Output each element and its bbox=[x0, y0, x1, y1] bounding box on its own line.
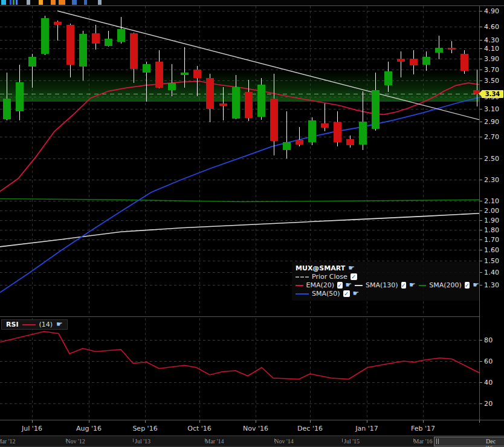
legend-sma50-row: SMA(50) ✓ ☛ bbox=[296, 290, 479, 298]
month-label: Dec '16 bbox=[297, 425, 323, 432]
sma50-checkbox[interactable]: ✓ bbox=[343, 290, 350, 297]
indicator-legend: MUX@SMART ☛ Prior Close ✓ EMA(20) ✓ ☛ SM… bbox=[292, 262, 479, 301]
prior-close-label: Prior Close bbox=[312, 273, 347, 281]
candle-body bbox=[66, 25, 74, 65]
month-label: Aug '16 bbox=[76, 425, 102, 432]
prior-close-checkbox[interactable]: ✓ bbox=[351, 273, 357, 280]
time-tick-mark bbox=[367, 420, 367, 423]
sma130-checkbox[interactable]: ✓ bbox=[401, 282, 406, 289]
toolbar-icon-fragment[interactable] bbox=[98, 0, 102, 5]
last-price-value: 3.34 bbox=[485, 91, 500, 97]
toolbar-icon-fragment[interactable] bbox=[72, 0, 77, 5]
candle-body bbox=[16, 82, 24, 112]
ema20-checkbox[interactable]: ✓ bbox=[337, 282, 342, 289]
rsi-panel[interactable]: RSI (14) ☛ bbox=[0, 318, 479, 419]
ema20-hand-icon[interactable]: ☛ bbox=[346, 282, 352, 289]
candle-body bbox=[117, 29, 125, 42]
time-tick-mark bbox=[145, 420, 146, 423]
sma50-label: SMA(50) bbox=[312, 290, 340, 298]
candle-wick bbox=[286, 111, 287, 158]
candle-body bbox=[422, 57, 430, 65]
rsi-tick-label: 20 bbox=[484, 400, 493, 408]
price-tick-label: 3.90 bbox=[484, 55, 499, 63]
price-tick-label: 1.40 bbox=[484, 269, 499, 276]
prior-close-line-sample bbox=[296, 276, 309, 278]
legend-prior-close-row: Prior Close ✓ bbox=[296, 273, 479, 281]
rsi-tick-label: 80 bbox=[484, 336, 493, 344]
candle-body bbox=[143, 64, 150, 73]
time-tick-mark bbox=[32, 420, 33, 423]
candle-body bbox=[397, 59, 405, 62]
scroll-tick-mark bbox=[133, 439, 134, 442]
price-tag-arrow-icon bbox=[479, 90, 482, 97]
candle-body bbox=[435, 48, 443, 53]
sma200-hand-icon[interactable]: ☛ bbox=[473, 282, 479, 289]
rsi-title: RSI bbox=[6, 321, 19, 328]
price-tick-mark bbox=[480, 122, 482, 122]
price-tick-label: 2.90 bbox=[484, 118, 499, 126]
time-scrollbar[interactable]: Mar '12Nov '12Jul '13Mar '14Nov '14Jul '… bbox=[0, 436, 504, 446]
price-tick-mark bbox=[480, 48, 482, 49]
rsi-tick-mark bbox=[480, 403, 482, 404]
panel-divider[interactable] bbox=[0, 316, 479, 317]
thumb-grip-icon bbox=[438, 439, 439, 444]
toolbar-icon-fragment[interactable] bbox=[16, 0, 18, 5]
price-axis[interactable]: 4.904.604.304.103.903.703.503.303.102.90… bbox=[479, 6, 504, 420]
price-tick-mark bbox=[480, 158, 482, 159]
candle-wick bbox=[172, 64, 172, 96]
price-tick-label: 2.50 bbox=[484, 155, 499, 163]
price-tick-label: 1.80 bbox=[484, 226, 499, 234]
thumb-grip-icon bbox=[436, 439, 437, 444]
candle-body bbox=[168, 83, 176, 90]
candle-body bbox=[206, 78, 214, 109]
toolbar-icon-fragment[interactable] bbox=[84, 0, 87, 5]
main-price-chart[interactable]: MUX@SMART ☛ Prior Close ✓ EMA(20) ✓ ☛ SM… bbox=[0, 6, 479, 315]
drag-hand-icon[interactable]: ☛ bbox=[348, 265, 355, 272]
sma200-checkbox[interactable]: ✓ bbox=[465, 282, 470, 289]
time-tick-mark bbox=[256, 420, 256, 423]
toolbar-strip bbox=[0, 0, 504, 5]
price-tick-label: 4.10 bbox=[484, 45, 499, 53]
toolbar-icon-fragment[interactable] bbox=[51, 0, 56, 5]
price-tick-mark bbox=[480, 285, 482, 285]
rsi-tick-mark bbox=[480, 361, 482, 362]
toolbar-icon-fragment[interactable] bbox=[39, 0, 43, 5]
price-tick-mark bbox=[480, 27, 482, 27]
candle-wick bbox=[184, 47, 185, 88]
candle-body bbox=[155, 62, 163, 88]
scroll-date-label: Dec '16 bbox=[486, 438, 498, 447]
toolbar-icon-fragment[interactable] bbox=[10, 0, 11, 5]
price-tick-mark bbox=[480, 11, 482, 11]
toolbar-icon-fragment[interactable] bbox=[1, 0, 6, 5]
rsi-legend: RSI (14) ☛ bbox=[1, 319, 68, 330]
last-price-tag: 3.34 bbox=[482, 90, 503, 98]
scroll-date-label: Mar '12 bbox=[0, 438, 15, 445]
price-tick-label: 2.30 bbox=[484, 176, 499, 184]
toolbar-icon-fragment[interactable] bbox=[13, 0, 15, 5]
candle-body bbox=[28, 57, 36, 66]
month-label: Jul '16 bbox=[22, 425, 42, 432]
sma130-hand-icon[interactable]: ☛ bbox=[409, 282, 416, 289]
rsi-period-label: (14) bbox=[39, 321, 53, 328]
candle-body bbox=[54, 22, 62, 25]
rsi-tick-mark bbox=[480, 382, 482, 383]
sma130-line-sample bbox=[355, 285, 363, 286]
candle-body bbox=[79, 34, 87, 66]
sma50-hand-icon[interactable]: ☛ bbox=[353, 290, 360, 297]
candle-body bbox=[296, 140, 303, 144]
rsi-line-sample bbox=[22, 324, 36, 325]
candle-body bbox=[257, 85, 265, 117]
candle-body bbox=[308, 120, 316, 142]
toolbar-icon-fragment[interactable] bbox=[59, 0, 65, 5]
scroll-date-label: Jul '13 bbox=[135, 438, 150, 445]
price-tick-mark bbox=[480, 70, 482, 70]
sma200-label: SMA(200) bbox=[429, 281, 462, 289]
price-tick-label: 4.30 bbox=[484, 36, 499, 44]
price-tick-label: 2.10 bbox=[484, 197, 499, 205]
candle-body bbox=[3, 99, 11, 119]
toolbar-icon-fragment[interactable] bbox=[27, 0, 30, 5]
price-tick-label: 1.60 bbox=[484, 246, 499, 254]
rsi-hand-icon[interactable]: ☛ bbox=[56, 321, 63, 328]
time-tick-mark bbox=[310, 420, 311, 423]
price-tick-label: 1.90 bbox=[484, 217, 499, 224]
